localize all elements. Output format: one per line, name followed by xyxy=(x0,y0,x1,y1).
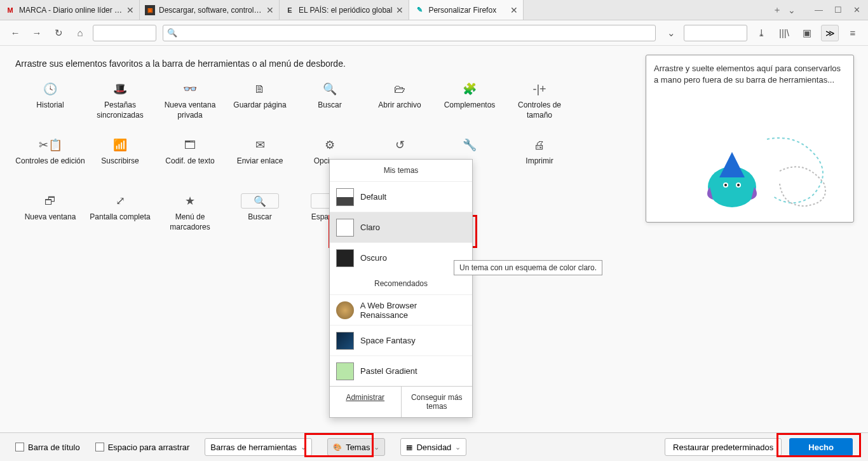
tab-bar: M MARCA - Diario online líder en ✕ ▣ Des… xyxy=(0,0,868,20)
downloads-button[interactable]: ⤓ xyxy=(752,24,770,42)
theme-dark[interactable]: Oscuro xyxy=(330,242,472,273)
theme-space[interactable]: Space Fantasy xyxy=(330,325,472,355)
item-synced-tabs[interactable]: 🎩Pestañas sincronizadas xyxy=(85,79,155,130)
tab-descargar[interactable]: ▣ Descargar, software, controlado ✕ xyxy=(140,0,280,20)
close-icon[interactable]: ✕ xyxy=(266,5,274,15)
theme-renaissance-thumb xyxy=(336,301,354,319)
navigation-toolbar: ← → ↻ ⌂ 🔍 ⌄ ⤓ |||\ ▣ ≫ ≡ xyxy=(0,20,868,46)
search-icon: 🔍 xyxy=(167,28,177,38)
item-addons[interactable]: 🧩Complementos xyxy=(435,79,505,130)
themes-popup: Mis temas Default Claro Oscuro Recomenda… xyxy=(329,159,473,418)
expand-icon: ⤢ xyxy=(116,193,125,209)
tabs-dropdown-icon[interactable]: ⌄ xyxy=(788,5,796,15)
item-new-window[interactable]: 🗗Nueva ventana xyxy=(15,191,85,242)
themes-header: Mis temas xyxy=(330,160,472,181)
item-private-window[interactable]: 👓Nueva ventana privada xyxy=(155,79,225,130)
wrench-icon: 🔧 xyxy=(463,137,477,153)
zoom-icon: -|+ xyxy=(532,81,546,97)
window-icon: 🗔 xyxy=(184,137,196,153)
theme-default[interactable]: Default xyxy=(330,181,472,212)
checkbox-icon xyxy=(15,443,24,451)
tab-title: EL PAÍS: el periódico global xyxy=(299,6,392,15)
customize-footer: Barra de título Espacio para arrastrar B… xyxy=(0,432,868,461)
svg-point-3 xyxy=(724,184,727,186)
theme-light[interactable]: Claro xyxy=(330,212,472,242)
drag-space-checkbox[interactable]: Espacio para arrastrar xyxy=(95,443,190,452)
drop-illustration xyxy=(672,127,850,216)
close-window-button[interactable]: ✕ xyxy=(853,5,860,15)
favicon-descargar: ▣ xyxy=(145,5,155,15)
close-icon[interactable]: ✕ xyxy=(396,5,403,15)
item-send-link[interactable]: ✉Enviar enlace xyxy=(225,135,295,186)
themes-icon: 🎨 xyxy=(333,443,342,451)
url-dropdown-icon[interactable]: ⌄ xyxy=(662,24,680,42)
customize-icon: ✎ xyxy=(414,5,424,15)
tab-customize[interactable]: ✎ Personalizar Firefox ✕ xyxy=(409,0,524,20)
overflow-button[interactable]: ≫ xyxy=(821,25,839,41)
star-icon: ★ xyxy=(185,193,195,209)
recommended-header: Recomendados xyxy=(330,273,472,294)
density-dropdown[interactable]: ▦ Densidad ⌄ xyxy=(400,438,466,456)
chevron-down-icon: ⌄ xyxy=(374,443,379,451)
item-search-box[interactable]: 🔍Buscar xyxy=(225,191,295,242)
item-subscribe[interactable]: 📶Suscribirse xyxy=(85,135,155,186)
title-bar-checkbox[interactable]: Barra de título xyxy=(15,443,80,452)
get-more-themes-link[interactable]: Conseguir más temas xyxy=(402,387,473,417)
theme-renaissance[interactable]: A Web Browser Renaissance xyxy=(330,294,472,325)
theme-pastel[interactable]: Pastel Gradient xyxy=(330,355,472,386)
item-print[interactable]: 🖨Imprimir xyxy=(505,135,574,186)
item-zoom[interactable]: -|+Controles de tamaño xyxy=(505,79,574,130)
back-button[interactable]: ← xyxy=(6,24,24,42)
manage-themes-link[interactable]: Administrar xyxy=(330,387,402,417)
rss-icon: 📶 xyxy=(113,137,127,153)
item-encoding[interactable]: 🗔Codif. de texto xyxy=(155,135,225,186)
menu-button[interactable]: ≡ xyxy=(844,24,862,42)
item-search[interactable]: 🔍Buscar xyxy=(295,79,365,130)
minimize-button[interactable]: — xyxy=(815,5,823,15)
mail-icon: ✉ xyxy=(255,137,265,153)
themes-dropdown[interactable]: 🎨 Temas ⌄ xyxy=(327,438,385,456)
folder-icon: 🗁 xyxy=(394,81,405,97)
right-slot[interactable] xyxy=(684,25,747,41)
forward-button[interactable]: → xyxy=(28,24,46,42)
item-edit-controls[interactable]: ✂📋Controles de edición xyxy=(15,135,85,186)
library-button[interactable]: |||\ xyxy=(775,24,793,42)
print-icon: 🖨 xyxy=(534,137,545,153)
item-save-page[interactable]: 🗎Guardar página xyxy=(225,79,295,130)
edit-icon: ✂📋 xyxy=(39,137,62,153)
mask-icon: 👓 xyxy=(183,81,197,97)
close-icon[interactable]: ✕ xyxy=(510,5,518,15)
item-fullscreen[interactable]: ⤢Pantalla completa xyxy=(85,191,155,242)
item-history[interactable]: 🕓Historial xyxy=(15,79,85,130)
clock-icon: 🕓 xyxy=(43,81,57,97)
themes-popup-footer: Administrar Conseguir más temas xyxy=(330,386,472,417)
chevron-down-icon: ⌄ xyxy=(301,443,306,451)
reload-button[interactable]: ↻ xyxy=(50,24,67,42)
theme-default-thumb xyxy=(336,188,354,206)
tab-elpais[interactable]: E EL PAÍS: el periódico global ✕ xyxy=(280,0,409,20)
theme-light-thumb xyxy=(336,219,354,237)
sidebar-button[interactable]: ▣ xyxy=(798,24,816,42)
tab-marca[interactable]: M MARCA - Diario online líder en ✕ xyxy=(0,0,140,20)
overflow-hint-text: Arrastre y suelte elementos aquí para co… xyxy=(654,63,846,86)
close-icon[interactable]: ✕ xyxy=(126,5,134,15)
density-icon: ▦ xyxy=(406,443,412,451)
url-bar-placeholder[interactable] xyxy=(93,25,156,41)
gear-icon: ⚙ xyxy=(325,137,335,153)
done-button[interactable]: Hecho xyxy=(789,438,853,456)
item-bookmarks-menu[interactable]: ★Menú de marcadores xyxy=(155,191,225,242)
item-open-file[interactable]: 🗁Abrir archivo xyxy=(365,79,435,130)
search-box-icon: 🔍 xyxy=(241,193,279,209)
search-bar-placeholder[interactable]: 🔍 xyxy=(163,25,656,41)
home-button[interactable]: ⌂ xyxy=(71,24,89,42)
toolbars-dropdown[interactable]: Barras de herramientas ⌄ xyxy=(205,438,312,456)
tab-title: MARCA - Diario online líder en xyxy=(19,6,123,15)
tab-title: Personalizar Firefox xyxy=(428,6,506,15)
new-tab-button[interactable]: ＋ xyxy=(773,4,782,16)
theme-pastel-thumb xyxy=(336,362,354,380)
maximize-button[interactable]: ☐ xyxy=(834,5,842,15)
chevron-down-icon: ⌄ xyxy=(455,443,461,451)
overflow-panel[interactable]: Arrastre y suelte elementos aquí para co… xyxy=(646,55,854,223)
restore-defaults-button[interactable]: Restaurar predeterminados xyxy=(665,438,782,456)
tab-title: Descargar, software, controlado xyxy=(159,6,262,15)
